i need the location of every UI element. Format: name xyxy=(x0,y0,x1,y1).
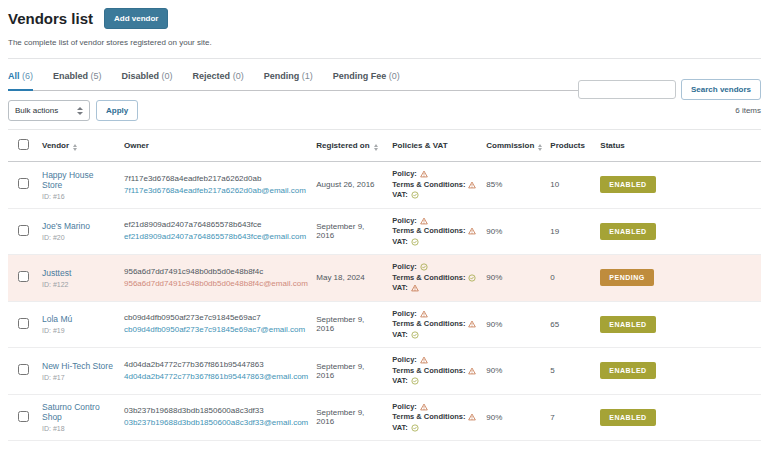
status-header-label: Status xyxy=(600,141,624,150)
owner-name: 7f117e3d6768a4eadfeb217a6262d0ab xyxy=(124,174,308,184)
search-input[interactable] xyxy=(578,80,676,99)
owner-name: cb09d4dfb0950af273e7c91845e69ac7 xyxy=(124,313,308,323)
tab-disabled[interactable]: Disabled (0) xyxy=(122,71,173,91)
sort-icon[interactable] xyxy=(73,144,77,151)
row-checkbox[interactable] xyxy=(18,178,29,189)
policy-status-icon xyxy=(420,217,428,225)
vat-status-icon xyxy=(411,377,419,385)
vendor-id: ID: #17 xyxy=(42,374,116,381)
policy-label: Policy: xyxy=(392,402,417,413)
column-header-vendor[interactable]: Vendor xyxy=(38,130,120,162)
owner-email-link[interactable]: 956a6d7dd7491c948b0db5d0e48b8f4c@email.c… xyxy=(124,279,308,289)
terms-label: Terms & Conditions: xyxy=(392,412,465,423)
vat-status-icon xyxy=(411,331,419,339)
vat-label: VAT: xyxy=(392,237,408,248)
tab-all-count: (6) xyxy=(22,71,33,81)
owner-email-link[interactable]: ef21d8909ad2407a764865578b643fce@email.c… xyxy=(124,232,306,242)
tab-rejected-count: (0) xyxy=(233,71,244,81)
terms-label: Terms & Conditions: xyxy=(392,366,465,377)
column-header-owner: Owner xyxy=(120,130,312,162)
row-checkbox[interactable] xyxy=(18,271,29,282)
policy-status-icon xyxy=(420,310,428,318)
table-row: Lola Mú ID: #19 cb09d4dfb0950af273e7c918… xyxy=(8,301,761,348)
registered-date: September 9, 2016 xyxy=(312,348,388,395)
sort-icon[interactable] xyxy=(538,144,542,151)
add-vendor-button[interactable]: Add vendor xyxy=(104,8,168,29)
tab-pending-fee-count: (0) xyxy=(389,71,400,81)
registered-date: August 26, 2016 xyxy=(312,162,388,209)
select-all-checkbox[interactable] xyxy=(18,139,29,150)
commission-value: 90% xyxy=(482,208,546,255)
apply-button[interactable]: Apply xyxy=(96,100,138,121)
terms-label: Terms & Conditions: xyxy=(392,226,465,237)
vendor-name-link[interactable]: Saturno Contro Shop xyxy=(42,402,116,422)
owner-email-link[interactable]: 7f117e3d6768a4eadfeb217a6262d0ab@email.c… xyxy=(124,186,306,196)
row-checkbox[interactable] xyxy=(18,364,29,375)
select-chevrons-icon xyxy=(77,107,83,115)
status-badge: ENABLED xyxy=(600,176,655,193)
terms-status-icon xyxy=(468,274,476,282)
tab-rejected[interactable]: Rejected (0) xyxy=(193,71,244,91)
tab-all[interactable]: All (6) xyxy=(8,71,33,91)
tab-enabled-count: (5) xyxy=(91,71,102,81)
vendor-name-link[interactable]: New Hi-Tech Store xyxy=(42,361,113,371)
policy-label: Policy: xyxy=(392,262,417,273)
terms-label: Terms & Conditions: xyxy=(392,180,465,191)
owner-email-link[interactable]: cb09d4dfb0950af273e7c91845e69ac7@email.c… xyxy=(124,325,305,335)
policy-label: Policy: xyxy=(392,309,417,320)
page-header: Vendors list Add vendor xyxy=(8,8,761,29)
items-count: 6 items xyxy=(735,106,761,115)
owner-email-link[interactable]: 03b237b19688d3bdb1850600a8c3df33@email.c… xyxy=(124,418,308,428)
vendors-list-page: Vendors list Add vendor The complete lis… xyxy=(0,0,769,452)
sort-icon[interactable] xyxy=(374,144,378,151)
row-checkbox[interactable] xyxy=(18,225,29,236)
registered-date: September 9, 2016 xyxy=(312,301,388,348)
tab-pending[interactable]: Pending (1) xyxy=(264,71,313,91)
tab-enabled-label: Enabled xyxy=(53,71,88,81)
vat-label: VAT: xyxy=(392,283,408,294)
tab-enabled[interactable]: Enabled (5) xyxy=(53,71,102,91)
terms-label: Terms & Conditions: xyxy=(392,319,465,330)
tab-pending-fee-label: Pending Fee xyxy=(333,71,387,81)
commission-value: 90% xyxy=(482,301,546,348)
status-badge: ENABLED xyxy=(600,223,655,240)
policy-status-icon xyxy=(420,356,428,364)
commission-value: 85% xyxy=(482,162,546,209)
registered-date: May 18, 2024 xyxy=(312,255,388,302)
terms-label: Terms & Conditions: xyxy=(392,273,465,284)
bulk-actions-select[interactable]: Bulk actions xyxy=(8,100,90,121)
terms-status-icon xyxy=(468,320,476,328)
vendor-name-link[interactable]: Happy House Store xyxy=(42,170,116,190)
vendor-id: ID: #122 xyxy=(42,281,116,288)
commission-value: 90% xyxy=(482,348,546,395)
tab-pending-fee[interactable]: Pending Fee (0) xyxy=(333,71,400,91)
bulk-actions-selected-value: Bulk actions xyxy=(15,106,58,115)
products-count: 65 xyxy=(546,301,596,348)
table-row: Saturno Contro Shop ID: #18 03b237b19688… xyxy=(8,394,761,441)
vendor-name-link[interactable]: Justtest xyxy=(42,268,71,278)
tab-pending-count: (1) xyxy=(302,71,313,81)
vendor-id: ID: #18 xyxy=(42,425,116,432)
vendor-id: ID: #20 xyxy=(42,234,116,241)
column-header-commission[interactable]: Commission xyxy=(482,130,546,162)
owner-email-link[interactable]: 4d04da2b4772c77b367f861b95447863@email.c… xyxy=(124,372,308,382)
policy-status-icon xyxy=(420,403,428,411)
tab-disabled-label: Disabled xyxy=(122,71,160,81)
vendor-id: ID: #19 xyxy=(42,327,116,334)
vendor-header-label: Vendor xyxy=(42,141,69,150)
tab-pending-label: Pending xyxy=(264,71,300,81)
column-header-registered[interactable]: Registered on xyxy=(312,130,388,162)
row-checkbox[interactable] xyxy=(18,411,29,422)
policies-header-label: Policies & VAT xyxy=(392,141,447,150)
terms-status-icon xyxy=(468,367,476,375)
search-vendors-button[interactable]: Search vendors xyxy=(681,79,761,100)
vendor-name-link[interactable]: Lola Mú xyxy=(42,314,72,324)
status-badge: ENABLED xyxy=(600,362,655,379)
registered-header-label: Registered on xyxy=(316,141,369,150)
products-count: 5 xyxy=(546,348,596,395)
column-header-policies: Policies & VAT xyxy=(388,130,482,162)
vat-label: VAT: xyxy=(392,376,408,387)
vendor-name-link[interactable]: Joe's Marino xyxy=(42,221,90,231)
row-checkbox[interactable] xyxy=(18,318,29,329)
table-row: Joe's Marino ID: #20 ef21d8909ad2407a764… xyxy=(8,208,761,255)
